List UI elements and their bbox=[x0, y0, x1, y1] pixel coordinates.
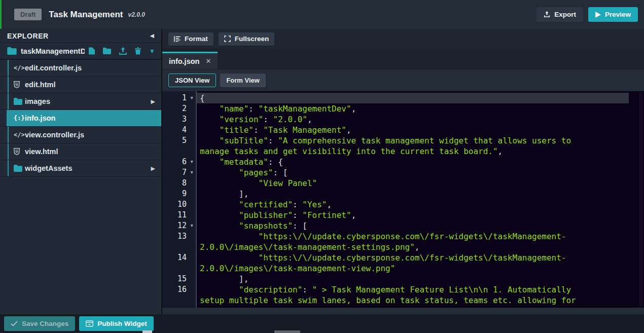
status-badge: Draft bbox=[14, 9, 42, 20]
page-title: Task Management bbox=[49, 10, 123, 20]
format-button[interactable]: Format bbox=[168, 32, 213, 46]
code-line-3: 3▼ "version": "2.0.0", bbox=[162, 114, 644, 125]
code-text[interactable]: ], bbox=[196, 189, 644, 199]
editor-vertical-scrollbar[interactable] bbox=[639, 92, 643, 307]
publish-widget-button[interactable]: Publish Widget bbox=[79, 316, 153, 331]
code-text[interactable]: "View Panel" bbox=[196, 178, 644, 189]
folder-icon bbox=[14, 98, 25, 105]
code-text[interactable]: "title": "Task Management", bbox=[196, 125, 644, 135]
collapse-panel-icon[interactable]: ◀ bbox=[150, 32, 154, 39]
code-text[interactable]: 2.0.0\/images\/task-management-settings.… bbox=[196, 242, 644, 252]
header-bar: Draft Task Management v2.0.0 Export Prev… bbox=[0, 0, 644, 29]
chevron-right-icon[interactable]: ▶ bbox=[151, 165, 155, 172]
form-view-button[interactable]: Form View bbox=[220, 73, 266, 87]
close-tab-icon[interactable]: ✕ bbox=[205, 57, 211, 65]
upload-icon[interactable] bbox=[119, 47, 127, 55]
footer-bar: Save Changes Publish Widget bbox=[0, 314, 644, 333]
code-text[interactable]: "version": "2.0.0", bbox=[196, 114, 644, 125]
gutter-cell: 1▼ bbox=[162, 93, 196, 103]
file-item-edit-controller-js[interactable]: </>edit.controller.js▶ bbox=[0, 60, 161, 77]
new-folder-icon[interactable] bbox=[103, 48, 111, 54]
gutter-cell: 2▼ bbox=[162, 103, 196, 114]
page-hscrollbar-thumb[interactable] bbox=[142, 330, 152, 333]
code-text[interactable]: "certified": "Yes", bbox=[196, 199, 644, 210]
line-number: 5 bbox=[182, 135, 187, 146]
root-folder-row[interactable]: taskManagementD... ▼ bbox=[0, 43, 161, 60]
gutter-cell: 6▼ bbox=[162, 157, 196, 167]
save-changes-button[interactable]: Save Changes bbox=[4, 316, 75, 331]
caret-down-icon[interactable]: ▼ bbox=[149, 48, 155, 55]
fold-caret-icon[interactable]: ▼ bbox=[187, 220, 193, 231]
gutter-cell: 9▼ bbox=[162, 189, 196, 199]
gutter-cell: ▼ bbox=[162, 242, 196, 252]
code-line-2: 2▼ "name": "taskManagementDev", bbox=[162, 103, 644, 114]
code-text[interactable]: "subTitle": "A comprehensive task manage… bbox=[196, 135, 644, 146]
line-number: 12 bbox=[177, 220, 187, 231]
code-text[interactable]: manage tasks and get visibility into the… bbox=[196, 146, 644, 157]
export-button[interactable]: Export bbox=[536, 7, 583, 22]
check-icon bbox=[11, 321, 18, 326]
json-view-button[interactable]: JSON View bbox=[168, 73, 216, 87]
code-text[interactable]: "https:\/\/update.cybersponse.com\/fsr-w… bbox=[196, 252, 644, 263]
code-line-wrap: ▼manage tasks and get visibility into th… bbox=[162, 146, 644, 157]
file-label: images bbox=[25, 97, 151, 105]
new-file-icon[interactable] bbox=[89, 47, 95, 55]
code-line-7: 7▼ "pages": [ bbox=[162, 167, 644, 178]
code-line-12: 12▼ "snapshots": [ bbox=[162, 220, 644, 231]
gutter-cell: 7▼ bbox=[162, 167, 196, 178]
code-line-8: 8▼ "View Panel" bbox=[162, 178, 644, 189]
gutter-cell: ▼ bbox=[162, 146, 196, 157]
trash-icon[interactable] bbox=[135, 47, 141, 55]
file-item-view-html[interactable]: view.html▶ bbox=[0, 143, 161, 160]
code-line-13: 13▼ "https:\/\/update.cybersponse.com\/f… bbox=[162, 231, 644, 242]
code-text[interactable]: "description": " > Task Management Featu… bbox=[196, 284, 644, 295]
code-editor[interactable]: 1▼{2▼ "name": "taskManagementDev",3▼ "ve… bbox=[162, 91, 644, 308]
code-text[interactable]: "pages": [ bbox=[196, 167, 644, 178]
code-text[interactable]: setup multiple task swim lanes, based on… bbox=[196, 295, 644, 306]
version-label: v2.0.0 bbox=[128, 11, 145, 18]
gutter-cell: 3▼ bbox=[162, 114, 196, 125]
file-label: widgetAssets bbox=[25, 164, 151, 172]
gutter-cell: 10▼ bbox=[162, 199, 196, 210]
code-line-6: 6▼ "metadata": { bbox=[162, 157, 644, 167]
export-icon bbox=[544, 11, 550, 18]
line-number: 4 bbox=[182, 125, 187, 135]
explorer-title: EXPLORER bbox=[7, 32, 150, 40]
code-text[interactable]: "snapshots": [ bbox=[196, 220, 644, 231]
file-item-edit-html[interactable]: edit.html▶ bbox=[0, 77, 161, 93]
code-text[interactable]: ], bbox=[196, 274, 644, 284]
line-number: 13 bbox=[177, 231, 187, 242]
code-text[interactable]: { bbox=[196, 93, 629, 103]
code-text[interactable]: "name": "taskManagementDev", bbox=[196, 103, 644, 114]
editor-hscrollbar-thumb[interactable] bbox=[274, 330, 300, 333]
code-line-wrap: ▼2.0.0\/images\/task-management-settings… bbox=[162, 242, 644, 252]
fold-caret-icon[interactable]: ▼ bbox=[187, 157, 193, 167]
fold-caret-icon[interactable]: ▼ bbox=[187, 93, 193, 103]
code-text[interactable]: 2.0.0\/images\/task-management-view.png" bbox=[196, 263, 644, 274]
file-item-info-json[interactable]: {:}info.json▶ bbox=[0, 110, 161, 127]
fullscreen-button[interactable]: Fullscreen bbox=[219, 32, 275, 46]
gutter-cell: 14▼ bbox=[162, 252, 196, 263]
format-icon bbox=[174, 36, 181, 42]
code-line-10: 10▼ "certified": "Yes", bbox=[162, 199, 644, 210]
code-line-9: 9▼ ], bbox=[162, 189, 644, 199]
line-number: 11 bbox=[177, 210, 187, 220]
line-number: 3 bbox=[182, 114, 187, 125]
editor-toolbar: Format Fullscreen bbox=[162, 29, 644, 49]
code-text[interactable]: "https:\/\/update.cybersponse.com\/fsr-w… bbox=[196, 231, 644, 242]
line-number: 8 bbox=[182, 178, 187, 189]
file-item-widgetAssets[interactable]: widgetAssets▶ bbox=[0, 160, 161, 177]
file-item-view-controller-js[interactable]: </>view.controller.js▶ bbox=[0, 127, 161, 143]
fullscreen-icon bbox=[224, 35, 231, 42]
code-line-15: 15▼ ], bbox=[162, 274, 644, 284]
fold-caret-icon[interactable]: ▼ bbox=[187, 167, 193, 178]
code-text[interactable]: "publisher": "Fortinet", bbox=[196, 210, 644, 220]
code-text[interactable]: "metadata": { bbox=[196, 157, 644, 167]
code-line-4: 4▼ "title": "Task Management", bbox=[162, 125, 644, 135]
chevron-right-icon[interactable]: ▶ bbox=[151, 98, 155, 105]
gutter-cell: 8▼ bbox=[162, 178, 196, 189]
editor-main-panel: Format Fullscreen info.json ✕ JSON View … bbox=[161, 29, 644, 314]
tab-info-json[interactable]: info.json ✕ bbox=[162, 52, 218, 69]
preview-button[interactable]: Preview bbox=[588, 7, 638, 22]
file-item-images[interactable]: images▶ bbox=[0, 93, 161, 110]
